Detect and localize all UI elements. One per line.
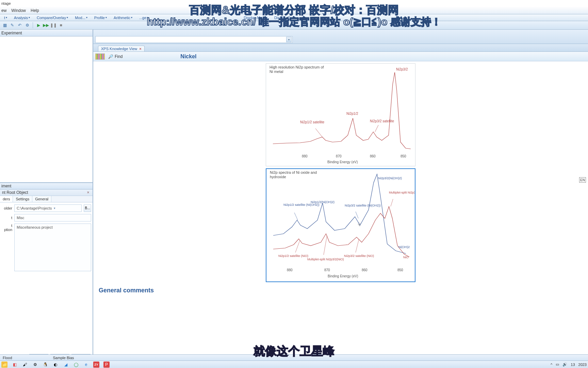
binoculars-icon: 🔎: [108, 54, 113, 59]
t-field[interactable]: Misc: [14, 214, 91, 221]
periodic-table-icon[interactable]: [95, 53, 105, 60]
svg-line-8: [356, 212, 358, 218]
spectrum2-title: Ni2p spectra of Ni oxide and hydroxide: [270, 170, 324, 179]
tab-settings[interactable]: Settings: [13, 196, 32, 202]
app-icon-1[interactable]: ◧: [12, 362, 18, 368]
pause-icon[interactable]: ❚❚: [51, 22, 56, 28]
lbl2c: Ni2p3/2 satellite (Ni(OH2)): [345, 204, 381, 207]
svg-line-1: [375, 125, 378, 132]
undo-icon[interactable]: ↶: [17, 22, 22, 28]
menu-help[interactable]: Help: [31, 8, 39, 13]
ribbon-profile[interactable]: Profile▾: [92, 15, 110, 20]
doc-toolbar: 🔎 Find Nickel: [93, 52, 588, 61]
desc-field[interactable]: Miscellaneous project: [14, 224, 91, 271]
file-explorer-icon[interactable]: 📁: [1, 362, 7, 368]
gear-icon[interactable]: ⚙: [24, 22, 30, 28]
tray-date[interactable]: 2023: [578, 363, 587, 367]
ribbon-compare[interactable]: Compare/Overlay▾: [34, 15, 71, 20]
lbl2e: Multiplet-split Ni2p3/2(NiO): [389, 191, 415, 194]
ribbon-displayopt[interactable]: Display Option...▾: [272, 15, 307, 20]
tray-time[interactable]: 13: [571, 363, 575, 367]
taskbar: 📁 ◧ 🖌 ⚙ 🐧 ◐ ◢ ◯ e ZY P ^ ▭ 🔊 13 2023: [0, 361, 588, 368]
ribbon-mod[interactable]: Mod...▾: [72, 15, 90, 20]
svg-line-10: [295, 241, 300, 252]
document-tabs: XPS Knowledge View ×: [93, 44, 588, 51]
tray-sound-icon[interactable]: 🔊: [562, 362, 567, 367]
wechat-icon[interactable]: ◯: [73, 362, 79, 368]
main-content: ▾ XPS Knowledge View × 🔎 Find Nickel: [93, 30, 588, 364]
app-icon-3[interactable]: ⚙: [32, 362, 38, 368]
spectrum2-plot: Ni2p1/2 satellite (Ni(OH2)) Ni2p1/2(Ni(O…: [266, 169, 415, 281]
wand-icon[interactable]: ✎: [10, 22, 15, 28]
ribbon-tabs: t▾ Analysis▾ Compare/Overlay▾ Mod...▾ Pr…: [0, 14, 588, 21]
lbl2g: Multiplet-split Ni2p3/2(NiO): [307, 258, 344, 261]
ribbon-t[interactable]: t▾: [1, 15, 10, 20]
menu-view[interactable]: ew: [1, 8, 6, 13]
close-icon[interactable]: ×: [86, 190, 91, 195]
find-button[interactable]: 🔎 Find: [108, 54, 122, 59]
svg-text:870: 870: [324, 268, 330, 272]
lbl2f: Ni2p1/2 satellite (NiO): [278, 254, 308, 258]
status-bar: Flood Sample Bias: [0, 354, 588, 361]
window-title: ntage: [0, 0, 588, 7]
system-tray: ^ ▭ 🔊 13 2023: [551, 362, 587, 367]
spectrum-ni-oxide[interactable]: Ni2p spectra of Ni oxide and hydroxide N…: [266, 168, 415, 282]
ribbon-analysis[interactable]: Analysis▾: [11, 15, 33, 20]
lbl-p32sat: Ni2p3/2 satellite: [370, 119, 394, 123]
tray-chevron-icon[interactable]: ^: [551, 363, 552, 367]
svg-text:Binding Energy (eV): Binding Energy (eV): [328, 274, 358, 278]
svg-text:880: 880: [302, 154, 308, 158]
fast-forward-icon[interactable]: ▶▶: [43, 22, 49, 28]
document-body: 🔎 Find Nickel High resolution Ni2p spect…: [93, 51, 588, 364]
lbl2h: Ni2p3/2 satellite (NiO): [344, 254, 374, 258]
language-indicator[interactable]: EN: [579, 177, 586, 183]
lbl-p32: Ni2p3/2: [396, 67, 408, 71]
element-title: Nickel: [180, 53, 196, 60]
grid-icon[interactable]: ▦: [2, 22, 7, 28]
svg-text:860: 860: [362, 268, 368, 272]
play-icon[interactable]: ▶: [36, 22, 41, 28]
svg-line-12: [356, 239, 359, 252]
stop-icon[interactable]: ■: [58, 22, 64, 28]
tray-network-icon[interactable]: ▭: [556, 362, 559, 367]
experiment-tree[interactable]: [0, 36, 93, 183]
t-label: t: [1, 216, 12, 220]
ribbon-arithmetic[interactable]: Arithmetic▾: [111, 15, 135, 20]
lbl2d: Ni2p3/2(Ni(OH)2): [378, 177, 402, 180]
app-icon-2[interactable]: 🖌: [22, 362, 28, 368]
svg-text:850: 850: [397, 268, 403, 272]
svg-text:880: 880: [287, 268, 293, 272]
tab-ders[interactable]: ders: [0, 196, 13, 202]
folder-combo[interactable]: C:\Avantage\Projects▾: [14, 204, 82, 212]
svg-text:850: 850: [401, 154, 406, 158]
ribbon-ge[interactable]: ...ge▾: [136, 15, 151, 20]
qq-icon[interactable]: 🐧: [42, 362, 48, 368]
status-sample-bias: Sample Bias: [53, 356, 74, 360]
address-combo[interactable]: ▾: [95, 36, 293, 43]
root-object-header: nt Root Object ×: [0, 189, 93, 196]
spectrum-ni-metal: High resolution Ni2p spectrum of Ni meta…: [266, 63, 415, 166]
tab-close-icon[interactable]: ×: [139, 47, 141, 51]
browse-button[interactable]: B...: [84, 204, 91, 212]
ribbon-displaymo[interactable]: Display Mo...▾: [241, 15, 270, 20]
chrome-icon[interactable]: ◐: [52, 362, 59, 368]
lbl2b: Ni2p1/2(Ni(OH)2): [311, 200, 334, 204]
svg-line-11: [324, 235, 327, 255]
ie-icon[interactable]: e: [83, 362, 89, 368]
zy-icon[interactable]: ZY: [93, 362, 99, 368]
general-comments-heading: General comments: [99, 287, 584, 294]
tab-general[interactable]: General: [32, 196, 51, 202]
svg-text:870: 870: [336, 154, 342, 158]
settings-tabs: ders Settings General: [0, 196, 93, 202]
svg-line-0: [315, 128, 322, 137]
svg-line-9: [391, 199, 393, 206]
avantage-icon[interactable]: ◢: [63, 362, 69, 368]
powerpoint-icon[interactable]: P: [103, 362, 110, 368]
status-flood: Flood: [3, 356, 12, 360]
content-area[interactable]: High resolution Ni2p spectrum of Ni meta…: [93, 61, 588, 364]
menu-window[interactable]: Window: [11, 8, 26, 13]
experiment-panel-title: Experiment: [0, 30, 93, 36]
tab-xps-knowledge[interactable]: XPS Knowledge View ×: [98, 46, 145, 51]
chevron-down-icon[interactable]: ▾: [286, 37, 292, 42]
spectrum1-plot: Ni2p1/2 satellite Ni2p1/2 Ni2p3/2 satell…: [266, 64, 414, 166]
